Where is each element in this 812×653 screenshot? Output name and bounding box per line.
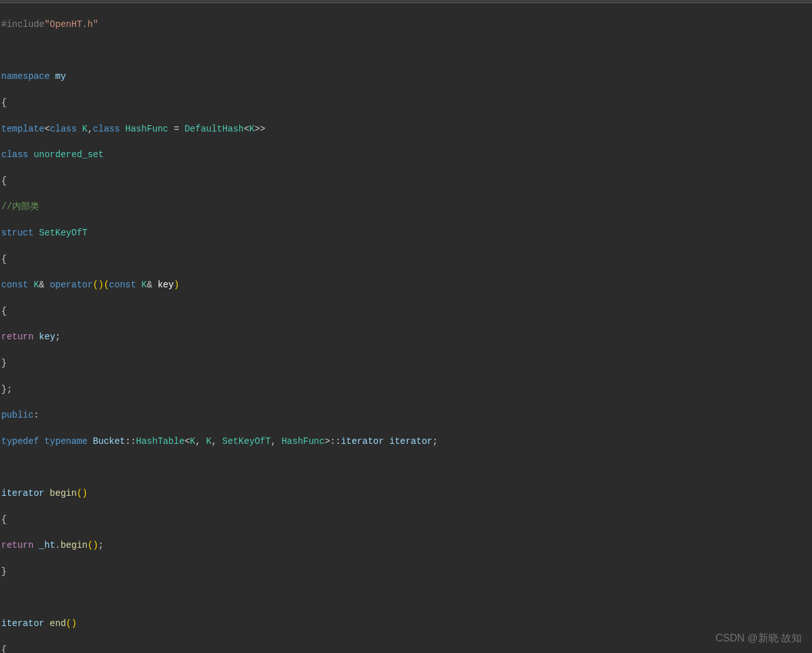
code-line: } — [0, 565, 812, 578]
code-line — [0, 44, 812, 57]
code-line: struct SetKeyOfT — [0, 226, 812, 239]
code-line: #include"OpenHT.h" — [0, 18, 812, 31]
code-line: { — [0, 643, 812, 653]
code-line: { — [0, 174, 812, 187]
code-line: { — [0, 253, 812, 266]
code-line: }; — [0, 383, 812, 396]
code-line: { — [0, 513, 812, 526]
code-line — [0, 591, 812, 604]
code-line: return _ht.begin(); — [0, 539, 812, 552]
code-editor[interactable]: #include"OpenHT.h" namespace my { templa… — [0, 3, 812, 653]
code-line: { — [0, 96, 812, 109]
code-line: template<class K, class HashFunc = Defau… — [0, 123, 812, 135]
code-line — [0, 461, 812, 473]
code-line: } — [0, 357, 812, 369]
code-line: iterator end() — [0, 617, 812, 630]
code-line: class unordered_set — [0, 148, 812, 161]
code-line: public: — [0, 409, 812, 421]
watermark-text: CSDN @新晓·故知 — [716, 631, 802, 645]
code-line: typedef typename Bucket::HashTable<K, K,… — [0, 435, 812, 448]
code-line: return key; — [0, 330, 812, 343]
code-line: { — [0, 305, 812, 318]
code-line: iterator begin() — [0, 487, 812, 500]
code-line: const K& operator()(const K& key) — [0, 278, 812, 291]
code-line: namespace my — [0, 70, 812, 83]
code-line: //内部类 — [0, 200, 812, 213]
